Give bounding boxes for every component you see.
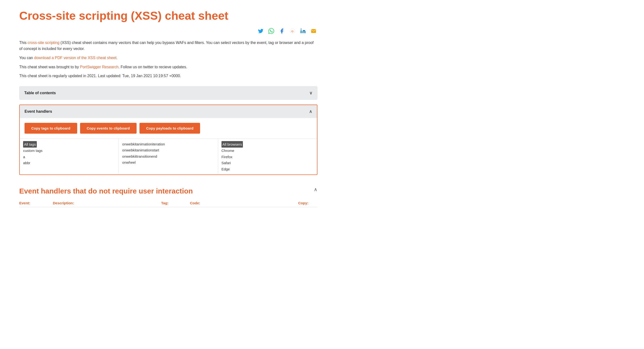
filter-all-tags[interactable]: All tags [23,141,37,148]
event-handlers-title: Event handlers [24,109,52,114]
linkedin-icon[interactable] [299,27,307,35]
filter-tag-a[interactable]: a [23,154,115,160]
email-icon[interactable] [310,27,318,35]
filter-safari[interactable]: Safari [222,160,314,166]
intro-paragraph-3: This cheat sheet was brought to by PortS… [19,64,318,70]
page-title: Cross-site scripting (XSS) cheat sheet [19,9,318,22]
table-header-row: Event: Description: Tag: Code: Copy: [19,199,318,207]
copy-payloads-button[interactable]: Copy payloads to clipboard [140,123,200,134]
subsection-title: Event handlers that do not require user … [19,187,193,195]
filter-all-browsers[interactable]: All browsers [222,141,243,148]
filter-firefox[interactable]: Firefox [222,154,314,160]
filter-onwebkitanimationstart[interactable]: onwebkitanimationstart [122,147,214,153]
svg-point-1 [300,28,302,29]
toc-title: Table of contents [24,91,56,95]
portswigger-link[interactable]: PortSwigger Research [80,65,118,69]
intro-paragraph-4: This cheat sheet is regularly updated in… [19,73,318,79]
events-filter-col: onwebkitanimationiteration onwebkitanima… [119,139,218,175]
filter-onwebkittransitionend[interactable]: onwebkittransitionend [122,153,214,160]
intro-paragraph-2: You can download a PDF version of the XS… [19,55,318,61]
toc-header[interactable]: Table of contents ∨ [20,86,317,99]
filter-custom-tags[interactable]: custom tags [23,148,115,154]
filter-lists: All tags custom tags a abbr onwebkitanim… [20,138,317,175]
facebook-icon[interactable] [278,27,286,35]
event-handlers-header[interactable]: Event handlers ∧ [20,105,317,118]
intro-paragraph-1: This cross-site scripting (XSS) cheat sh… [19,40,318,52]
pdf-link[interactable]: download a PDF version of the XSS cheat … [34,56,116,60]
toc-chevron-icon: ∨ [309,90,312,96]
filter-edge[interactable]: Edge [222,166,314,172]
col-event-header: Event: [19,201,53,205]
browsers-filter-col: All browsers Chrome Firefox Safari Edge [218,139,317,175]
filter-tag-abbr[interactable]: abbr [23,160,115,166]
copy-tags-button[interactable]: Copy tags to clipboard [24,123,77,134]
xss-link[interactable]: cross-site scripting [28,41,60,45]
toc-accordion: Table of contents ∨ [19,86,318,100]
filter-chrome[interactable]: Chrome [222,148,314,154]
col-description-header: Description: [53,201,161,205]
clipboard-buttons-row: Copy tags to clipboard Copy events to cl… [20,118,317,138]
tags-filter-col: All tags custom tags a abbr [20,139,119,175]
copy-events-button[interactable]: Copy events to clipboard [80,123,136,134]
twitter-icon[interactable] [257,27,264,35]
col-copy-header: Copy: [298,201,318,205]
no-interaction-section: Event handlers that do not require user … [19,180,318,207]
event-handlers-chevron-icon: ∧ [309,109,312,114]
reddit-icon[interactable] [288,27,296,35]
subsection-chevron-icon: ∧ [314,187,318,192]
whatsapp-icon[interactable] [268,27,275,35]
col-tag-header: Tag: [161,201,190,205]
social-icons-bar [19,27,318,35]
filter-onwheel[interactable]: onwheel [122,159,214,166]
event-handlers-section: Event handlers ∧ Copy tags to clipboard … [19,105,318,175]
filter-onwebkitanimationiteration[interactable]: onwebkitanimationiteration [122,141,214,147]
col-code-header: Code: [190,201,298,205]
